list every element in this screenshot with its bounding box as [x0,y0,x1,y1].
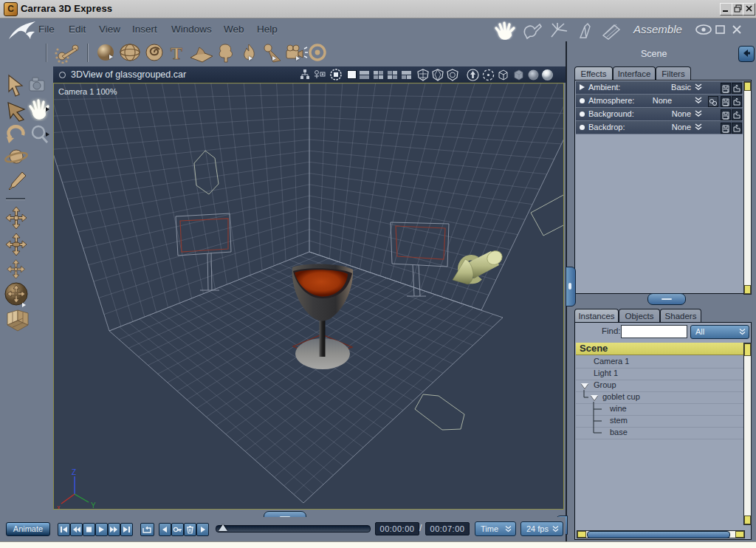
spline-pen-icon[interactable] [576,21,595,40]
pane-restore-icon[interactable] [715,24,726,35]
expand-arrow-icon[interactable] [580,84,585,90]
load-button[interactable] [732,96,742,107]
tree-row-wine[interactable]: wine [576,403,750,416]
tree-tool-icon[interactable] [215,43,237,64]
pane-close-icon[interactable] [731,24,743,35]
layout-single-icon[interactable] [347,70,357,79]
drawer-handle[interactable] [566,267,576,306]
viewport-canvas[interactable]: Z x Y Camera 1 100% [53,83,564,510]
save-button[interactable] [721,123,731,134]
timeline-thumb[interactable] [219,524,227,531]
shield-c-icon[interactable] [446,69,459,81]
effect-row-backdrop[interactable]: Backdrop: None [576,121,743,134]
swirl-tool-icon[interactable] [143,43,165,64]
menu-edit[interactable]: Edit [69,24,86,35]
workbox-tool-icon[interactable] [4,309,31,335]
time-unit-dropdown[interactable]: Time [475,521,516,536]
tree-row-base[interactable]: base [576,427,750,439]
effect-row-background[interactable]: Background: None [576,108,743,121]
find-input[interactable] [621,325,687,338]
production-frame-icon[interactable] [329,69,343,81]
go-end-button[interactable] [120,523,133,536]
rotate-tool-icon[interactable] [4,124,27,146]
dropdown-chevron-icon[interactable] [694,96,703,105]
tree-row-scene[interactable]: Scene [576,343,750,355]
save-button[interactable] [721,83,731,94]
minimize-button[interactable] [720,3,732,16]
tree-row-group[interactable]: Group [576,380,750,392]
tab-shaders[interactable]: Shaders [660,309,701,323]
shield-a-icon[interactable] [416,69,430,81]
tab-interface[interactable]: Interface [613,66,656,81]
hierarchy-icon[interactable] [300,69,310,81]
timeline-slider[interactable] [216,525,371,532]
effect-value[interactable]: Basic [620,83,691,92]
translate-c-tool-icon[interactable] [6,258,27,281]
play-button[interactable] [95,523,108,536]
matte-sphere-icon[interactable] [527,69,540,81]
eyedropper-tool-icon[interactable] [6,170,28,193]
dashed-sphere-icon[interactable] [482,69,495,81]
menu-file[interactable]: File [38,24,55,35]
camera-move-tool-icon[interactable] [28,75,50,95]
current-time-field[interactable]: 00:00:00 [375,522,419,535]
layout-l-icon[interactable] [401,69,413,81]
save-button[interactable] [721,109,731,120]
add-key-button[interactable] [171,523,184,536]
scrollbar-cap[interactable] [735,531,744,538]
effect-value[interactable]: None [620,109,691,118]
text-tool-icon[interactable]: T [168,43,187,64]
save-button[interactable] [721,96,731,107]
tree-row-light1[interactable]: Light 1 [576,368,750,380]
fast-forward-button[interactable] [108,523,120,536]
next-key-button[interactable] [196,523,209,536]
select-arrow-tool-icon[interactable] [6,74,27,99]
shield-b-icon[interactable] [431,69,444,81]
load-button[interactable] [732,109,742,120]
expand-triangle-icon[interactable] [591,395,598,400]
tree-row-goblet-cup[interactable]: goblet cup [576,391,750,404]
dropdown-chevron-icon[interactable] [694,123,703,131]
panel-back-button[interactable] [738,46,755,62]
layout-two-icon[interactable] [359,69,371,81]
saturn-tool-icon[interactable] [4,146,29,168]
delete-key-button[interactable] [184,523,196,536]
rewind-button[interactable] [70,523,83,536]
scrollbar-thumb[interactable] [744,82,751,91]
universal-move-tool-icon[interactable] [3,281,31,309]
up-arrow-sphere-icon[interactable] [467,69,479,81]
viewport-led-icon[interactable] [59,72,66,78]
scrollbar-thumb[interactable] [744,343,751,356]
sphere-tool-icon[interactable] [94,43,117,64]
menu-windows[interactable]: Windows [171,24,212,35]
tree-row-camera1[interactable]: Camera 1 [576,356,750,369]
load-button[interactable] [732,83,742,94]
tab-effects[interactable]: Effects [574,66,613,81]
translate-b-tool-icon[interactable] [4,232,28,257]
animate-button[interactable]: Animate [6,522,50,536]
translate-tool-icon[interactable] [4,205,28,230]
effect-row-atmosphere[interactable]: Atmosphere: None [576,95,743,108]
tab-filters[interactable]: Filters [656,66,691,81]
camera-view-icon[interactable] [313,69,326,81]
shader-ball-button[interactable] [708,96,718,107]
target-tool-icon[interactable] [308,43,329,64]
scrollbar-cap[interactable] [744,516,751,524]
menu-insert[interactable]: Insert [132,24,157,35]
globe-tool-icon[interactable] [118,43,142,64]
load-button[interactable] [732,123,742,134]
tree-row-stem[interactable]: stem [576,415,750,428]
tab-instances[interactable]: Instances [574,309,619,323]
close-button[interactable] [743,3,755,16]
solid-box-icon[interactable] [512,69,525,81]
shiny-sphere-icon[interactable] [541,69,554,81]
scrollbar-thumb[interactable] [587,531,730,538]
dropdown-chevron-icon[interactable] [694,109,703,118]
menu-help[interactable]: Help [257,24,278,35]
expand-triangle-icon[interactable] [581,383,588,388]
fps-dropdown[interactable]: 24 fps [520,521,563,536]
menu-web[interactable]: Web [224,24,244,35]
sequencer-film-icon[interactable] [599,21,623,40]
total-time-field[interactable]: 00:07:00 [425,522,470,535]
effect-value[interactable]: None [620,123,691,131]
